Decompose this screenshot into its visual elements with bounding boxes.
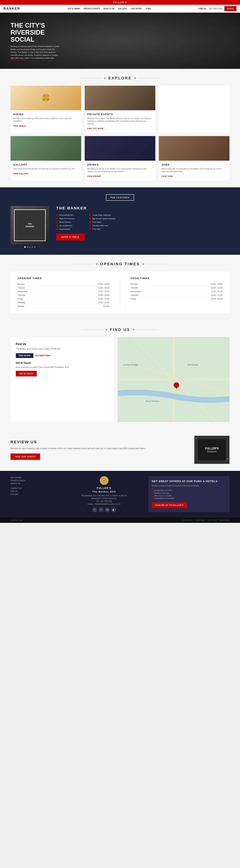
cookie-policy-link[interactable]: Cookie Policy: [195, 519, 205, 521]
feature-label: Families Welcome: [92, 224, 108, 227]
nav-eat-drink[interactable]: EAT & DRINK: [68, 7, 80, 10]
facebook-icon[interactable]: f: [92, 507, 97, 512]
footer-link-gallery[interactable]: GALLERY: [10, 493, 60, 496]
opening-times-block: OPENING TIMES Monday 12:00 - 22:00 Tuesd…: [18, 277, 110, 308]
explore-section: EXPLORE 🍔 DINING We offer a menu featuri…: [0, 69, 240, 187]
take-survey-button[interactable]: TAKE OUR SURVEY: [10, 454, 40, 460]
carousel-dot-1[interactable]: [24, 246, 26, 248]
signup-button[interactable]: SIGN ME UP TO FULLER'S: [152, 502, 187, 508]
view-on-map-button[interactable]: VIEW ON MAP: [16, 353, 33, 358]
nav-find-us[interactable]: FIND US: [199, 7, 206, 10]
offer-dot: [152, 498, 153, 499]
offer-item-4: Competitions and rewards: [152, 497, 226, 500]
quote-mark-end-icon: ": [227, 457, 229, 463]
footer-offers: GET GREAT OFFERS AT OUR PUBS & HOTELS Be…: [148, 476, 230, 512]
offer-label-2: Events in your area: [154, 492, 169, 494]
offer-item-3: Offers from our brands: [152, 494, 226, 497]
nav-whats-on[interactable]: WHAT'S ON: [103, 7, 114, 10]
privacy-policy-link[interactable]: Privacy Policy: [183, 519, 192, 521]
times-row-monday: Monday 12:00 - 22:00: [18, 282, 110, 286]
quote-mark-icon: ": [195, 437, 197, 443]
get-in-touch-button[interactable]: GET IN TOUCH: [16, 371, 37, 376]
find-us-section: FIND US Find Us The Banker, EC4, Cousin …: [0, 320, 240, 429]
food-row-thursday: Thursday 12:00 - 21:00: [131, 293, 222, 297]
title-diamond-left: [104, 77, 106, 79]
carousel-dot-3[interactable]: [29, 246, 31, 248]
day-thursday: Thursday: [18, 294, 26, 296]
map-background: London Bridge Monument River Thames: [118, 337, 230, 422]
food-time-tuesday: 12:00 - 21:00: [211, 287, 222, 289]
food-day-friday: Friday: [131, 298, 136, 300]
title-diamond-left: [96, 263, 98, 265]
offers-title: GET GREAT OFFERS AT OUR PUBS & HOTELS: [152, 479, 226, 483]
day-wednesday: Wednesday: [18, 290, 28, 292]
fullers-icon: F: [100, 476, 109, 485]
offer-label-3: Offers from our brands: [154, 495, 172, 497]
instagram-icon[interactable]: in: [105, 507, 110, 512]
find-us-title-row: FIND US: [10, 328, 230, 332]
food-time-friday: 10:00 - 20:00: [211, 298, 222, 300]
feature-label: Board Games: [59, 221, 71, 223]
explore-card-empty: [159, 86, 230, 132]
dining-link[interactable]: VIEW MENUS: [13, 125, 26, 127]
footer-link-find-us[interactable]: FIND US: [10, 490, 60, 493]
nav-logo[interactable]: BANKER: [3, 7, 20, 10]
offer-dot: [152, 493, 153, 494]
dining-desc: We offer a menu featuring refined pub cl…: [13, 117, 79, 122]
drinks-link[interactable]: VIEW DRINKS: [87, 176, 101, 177]
carousel-dot-2[interactable]: [27, 246, 28, 248]
offer-dot: [152, 490, 153, 491]
youtube-icon[interactable]: ▶: [111, 507, 116, 512]
get-directions-button[interactable]: GET DIRECTIONS →: [35, 353, 52, 358]
carousel-dot-4[interactable]: [32, 246, 33, 248]
fullers-logo-container: F: [67, 476, 141, 485]
book-button[interactable]: BOOK: [224, 6, 237, 11]
footer-link-contact-us[interactable]: CONTACT US: [10, 487, 60, 490]
food-day-wednesday: Wednesday: [131, 290, 141, 292]
food-time-thursday: 12:00 - 21:00: [211, 294, 222, 296]
scroll-down[interactable]: SCROLL DOWN ↓: [10, 59, 26, 65]
jobs-link[interactable]: VIEW JOBS: [161, 176, 173, 177]
footer: EAT & DRINK PRIVATE EVENTS WHAT'S ON CON…: [0, 471, 240, 518]
events-card-body: PRIVATE EVENTS Whatever the occasion, Th…: [85, 110, 155, 132]
hero-title: THE CITY'S RIVERSIDE SOCIAL: [10, 22, 67, 43]
nav-jobs[interactable]: JOBS: [146, 7, 151, 10]
fullers-text: FULLER'S: [205, 447, 219, 451]
fullers-link[interactable]: Part of Fuller's: [219, 519, 230, 521]
feature-food-served: Food served: [56, 228, 82, 230]
feature-wifi: Free Wifi: [89, 228, 115, 230]
food-times-block: FOOD TIMES Monday 12:00 - 20:00 Tuesday …: [131, 277, 222, 308]
time-friday: 12:00 - 22:00: [98, 298, 110, 300]
terms-link[interactable]: Terms of Use: [207, 519, 217, 521]
feature-label: Free Wifi: [92, 228, 100, 230]
times-row-saturday: Saturday 12:00 - 18:00: [18, 301, 110, 304]
nav-gallery[interactable]: GALLERY: [118, 7, 127, 10]
find-us-map[interactable]: London Bridge Monument River Thames: [118, 337, 230, 422]
opening-title-row: OPENING TIMES: [10, 262, 230, 266]
times-row-wednesday: Wednesday 12:00 - 23:00: [18, 290, 110, 293]
footer-address-line1: THE BANKER, EC4, COUSIN LANE, LONDON, EC…: [67, 494, 141, 497]
pub-features-button[interactable]: PUB FEATURES: [106, 194, 134, 201]
feature-dot: [89, 214, 91, 216]
nav-live-sport[interactable]: LIVE SPORT: [130, 7, 142, 10]
events-image: [85, 86, 155, 110]
time-sunday: Closed: [103, 305, 109, 307]
book-table-button[interactable]: BOOK A TABLE: [56, 234, 85, 240]
events-title: PRIVATE EVENTS: [87, 113, 153, 116]
footer-link-eat-drink[interactable]: EAT & DRINK: [10, 476, 60, 479]
day-friday: Friday: [18, 298, 23, 300]
twitter-icon[interactable]: t: [98, 507, 103, 512]
nav-private-events[interactable]: PRIVATE EVENTS: [84, 7, 100, 10]
svg-text:River Thames: River Thames: [146, 400, 159, 402]
feature-dot: [56, 218, 58, 219]
title-diamond-right: [142, 263, 144, 265]
events-link[interactable]: FIND OUT MORE: [87, 128, 104, 130]
gallery-link[interactable]: VIEW GALLERY: [13, 173, 29, 175]
carousel-dot-5[interactable]: [34, 246, 35, 248]
footer-link-whats-on[interactable]: WHAT'S ON: [10, 482, 60, 485]
offers-desc: Become a friend of Fuller's and get all …: [152, 485, 226, 487]
explore-title: EXPLORE: [108, 76, 131, 81]
feature-guide-dogs: Guide Dogs Welcome: [89, 214, 115, 216]
food-day-thursday: Thursday: [131, 294, 139, 296]
footer-link-private-events[interactable]: PRIVATE EVENTS: [10, 479, 60, 482]
